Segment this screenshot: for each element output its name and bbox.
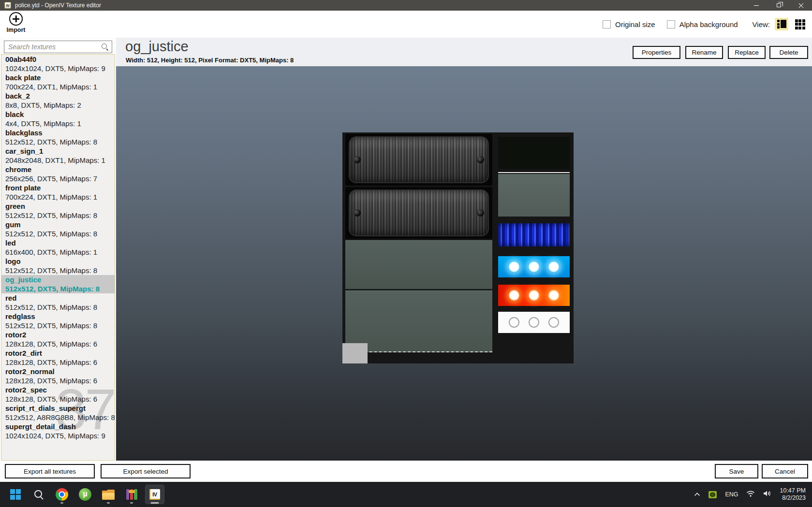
preview-tile-gray-square xyxy=(498,174,570,217)
openiv-icon: IV xyxy=(148,488,161,501)
view-grid-icon[interactable] xyxy=(793,18,807,30)
texture-list-item[interactable]: script_rt_dials_supergt 512x512, A8R8G8B… xyxy=(1,404,115,422)
texture-list: 37 00ab44f0 1024x1024, DXT5, MipMaps: 9 … xyxy=(1,54,115,461)
minimize-icon xyxy=(754,5,759,6)
texture-details: 512x512, DXT5, MipMaps: 8 xyxy=(5,321,115,330)
texture-name: rotor2_spec xyxy=(5,385,115,394)
close-button[interactable] xyxy=(790,0,812,11)
wifi-icon[interactable] xyxy=(746,490,755,499)
view-split-icon[interactable] xyxy=(775,18,788,30)
preview-tile-white-strip xyxy=(498,312,570,333)
texture-list-item[interactable]: rotor2_dirt 128x128, DXT5, MipMaps: 6 xyxy=(1,348,115,367)
texture-details: 512x512, A8R8G8B8, MipMaps: 8 xyxy=(5,413,115,422)
texture-list-item[interactable]: green 512x512, DXT5, MipMaps: 8 xyxy=(1,202,115,220)
openiv-app-icon: IV xyxy=(4,2,11,9)
import-button[interactable]: Import xyxy=(5,12,27,33)
texture-details: 616x400, DXT5, MipMaps: 1 xyxy=(5,247,115,257)
taskbar-winrar-button[interactable] xyxy=(122,485,141,504)
texture-list-item[interactable]: back plate 700x224, DXT1, MipMaps: 1 xyxy=(1,73,115,91)
texture-list-item[interactable]: rotor2 128x128, DXT5, MipMaps: 6 xyxy=(1,330,115,348)
delete-button[interactable]: Delete xyxy=(769,46,808,59)
texture-name: script_rt_dials_supergt xyxy=(5,404,115,413)
texture-list-item[interactable]: led 616x400, DXT5, MipMaps: 1 xyxy=(1,238,115,257)
texture-list-item[interactable]: back_2 8x8, DXT5, MipMaps: 2 xyxy=(1,91,115,110)
taskbar: IV ENG 10:47 PM 8/2/2023 xyxy=(0,482,812,507)
minimize-button[interactable] xyxy=(745,0,768,11)
texture-details: 4x4, DXT5, MipMaps: 1 xyxy=(5,119,115,128)
toolbar: Import Original size Alpha background Vi… xyxy=(0,11,812,38)
restore-button[interactable] xyxy=(768,0,790,11)
texture-details: 512x512, DXT5, MipMaps: 8 xyxy=(5,229,115,238)
texture-name: red xyxy=(5,293,115,303)
tray-chevron-up-icon[interactable] xyxy=(694,490,700,499)
texture-name: rotor2_dirt xyxy=(5,348,115,358)
texture-header: og_justice Width: 512, Height: 512, Pixe… xyxy=(116,38,812,66)
texture-list-item[interactable]: og_justice 512x512, DXT5, MipMaps: 8 xyxy=(1,275,115,293)
sidebar: 37 00ab44f0 1024x1024, DXT5, MipMaps: 9 … xyxy=(0,38,116,461)
texture-details: 700x224, DXT1, MipMaps: 1 xyxy=(5,192,115,202)
texture-name: back_2 xyxy=(5,91,115,101)
texture-name: rotor2 xyxy=(5,330,115,339)
texture-name: og_justice xyxy=(5,275,115,284)
texture-name: green xyxy=(5,202,115,211)
texture-list-item[interactable]: gum 512x512, DXT5, MipMaps: 8 xyxy=(1,220,115,238)
texture-list-item[interactable]: black 4x4, DXT5, MipMaps: 1 xyxy=(1,110,115,128)
page-title: og_justice xyxy=(125,39,189,55)
texture-details: 128x128, DXT5, MipMaps: 6 xyxy=(5,339,115,348)
texture-list-item[interactable]: rotor2_normal 128x128, DXT5, MipMaps: 6 xyxy=(1,367,115,385)
windows-start-icon xyxy=(10,489,21,500)
texture-name: rotor2_normal xyxy=(5,367,115,376)
texture-details: 128x128, DXT5, MipMaps: 6 xyxy=(5,358,115,367)
texture-list-item[interactable]: front plate 700x224, DXT1, MipMaps: 1 xyxy=(1,183,115,202)
taskbar-openiv-button[interactable]: IV xyxy=(145,485,164,504)
start-button[interactable] xyxy=(6,485,25,504)
preview-tile-gray-chip xyxy=(342,343,368,363)
replace-button[interactable]: Replace xyxy=(728,46,766,59)
nvidia-tray-icon[interactable] xyxy=(709,491,717,498)
texture-name: gum xyxy=(5,220,115,229)
texture-list-item[interactable]: supergt_detail_dash 1024x1024, DXT5, Mip… xyxy=(1,422,115,440)
file-explorer-icon xyxy=(102,490,115,500)
texture-info: Width: 512, Height: 512, Pixel Format: D… xyxy=(126,57,294,64)
taskbar-utorrent-button[interactable] xyxy=(75,485,95,504)
save-button[interactable]: Save xyxy=(715,464,758,478)
view-label: View: xyxy=(753,20,770,29)
search-icon[interactable] xyxy=(101,43,109,51)
language-indicator[interactable]: ENG xyxy=(725,491,738,498)
texture-list-item[interactable]: redglass 512x512, DXT5, MipMaps: 8 xyxy=(1,312,115,330)
texture-name: supergt_detail_dash xyxy=(5,422,115,431)
alpha-background-label: Alpha background xyxy=(679,20,738,29)
properties-button[interactable]: Properties xyxy=(633,46,680,59)
texture-list-item[interactable]: red 512x512, DXT5, MipMaps: 8 xyxy=(1,293,115,312)
texture-list-item[interactable]: chrome 256x256, DXT5, MipMaps: 7 xyxy=(1,165,115,183)
preview-tile-blue-led-strip xyxy=(498,256,570,277)
texture-list-item[interactable]: logo 512x512, DXT5, MipMaps: 8 xyxy=(1,257,115,275)
cancel-button[interactable]: Cancel xyxy=(762,464,808,478)
texture-details: 700x224, DXT1, MipMaps: 1 xyxy=(5,82,115,91)
export-all-textures-button[interactable]: Export all textures xyxy=(5,464,95,478)
texture-list-item[interactable]: rotor2_spec 128x128, DXT5, MipMaps: 6 xyxy=(1,385,115,404)
alpha-background-checkbox[interactable] xyxy=(667,20,675,29)
taskbar-file-explorer-button[interactable] xyxy=(99,485,118,504)
texture-details: 8x8, DXT5, MipMaps: 2 xyxy=(5,101,115,110)
rename-button[interactable]: Rename xyxy=(685,46,723,59)
texture-list-item[interactable]: car_sign_1 2048x2048, DXT1, MipMaps: 1 xyxy=(1,146,115,165)
texture-list-item[interactable]: blackglass 512x512, DXT5, MipMaps: 8 xyxy=(1,128,115,146)
texture-details: 512x512, DXT5, MipMaps: 8 xyxy=(5,211,115,220)
original-size-checkbox[interactable] xyxy=(603,20,611,29)
taskbar-chrome-button[interactable] xyxy=(52,485,72,504)
export-selected-button[interactable]: Export selected xyxy=(101,464,191,478)
taskbar-search-button[interactable] xyxy=(29,485,48,504)
texture-preview-canvas xyxy=(116,66,812,461)
texture-image xyxy=(342,132,574,363)
texture-list-item[interactable]: 00ab44f0 1024x1024, DXT5, MipMaps: 9 xyxy=(1,55,115,73)
volume-icon[interactable] xyxy=(763,490,771,499)
texture-name: 00ab44f0 xyxy=(5,55,115,64)
taskbar-clock[interactable]: 10:47 PM 8/2/2023 xyxy=(780,487,806,502)
import-label: Import xyxy=(5,27,27,33)
search-icon xyxy=(33,489,44,500)
search-input[interactable] xyxy=(4,41,101,53)
preview-tile-lens-1 xyxy=(345,134,492,186)
texture-name: chrome xyxy=(5,165,115,174)
window-title: police.ytd - OpenIV Texture editor xyxy=(15,2,101,9)
